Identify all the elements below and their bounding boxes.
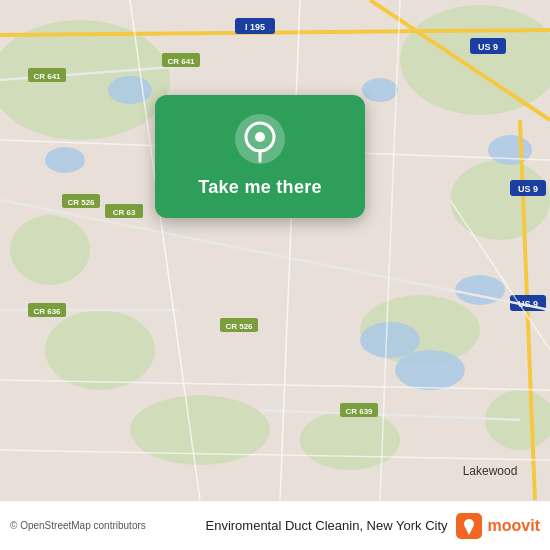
svg-text:Lakewood: Lakewood [463,464,518,478]
business-name: Enviromental Duct Cleanin, New York City [205,518,447,533]
moovit-text: moovit [488,517,540,535]
svg-point-15 [45,147,85,173]
svg-text:US 9: US 9 [518,184,538,194]
bottom-bar: © OpenStreetMap contributors Enviromenta… [0,500,550,550]
svg-text:CR 639: CR 639 [345,407,373,416]
svg-text:CR 641: CR 641 [33,72,61,81]
svg-text:I 195: I 195 [245,22,265,32]
svg-point-14 [362,78,398,102]
svg-text:CR 641: CR 641 [167,57,195,66]
svg-point-8 [10,215,90,285]
copyright-text: © OpenStreetMap contributors [10,520,197,531]
moovit-icon [456,513,482,539]
svg-point-10 [360,322,420,358]
svg-point-7 [300,410,400,470]
svg-text:US 9: US 9 [478,42,498,52]
svg-point-16 [488,135,532,165]
svg-text:CR 636: CR 636 [33,307,61,316]
svg-point-56 [255,132,265,142]
take-me-there-button[interactable]: Take me there [190,173,330,202]
location-pin-icon [234,113,286,165]
svg-point-3 [450,160,550,240]
svg-point-5 [45,310,155,390]
svg-text:CR 526: CR 526 [67,198,95,207]
svg-text:CR 63: CR 63 [113,208,136,217]
moovit-logo: moovit [456,513,540,539]
svg-point-13 [108,76,152,104]
map-container: I 195 US 9 US 9 US 9 CR 641 CR 641 CR 52… [0,0,550,500]
popup-card: Take me there [155,95,365,218]
map-svg: I 195 US 9 US 9 US 9 CR 641 CR 641 CR 52… [0,0,550,500]
svg-point-11 [395,350,465,390]
svg-text:CR 526: CR 526 [225,322,253,331]
